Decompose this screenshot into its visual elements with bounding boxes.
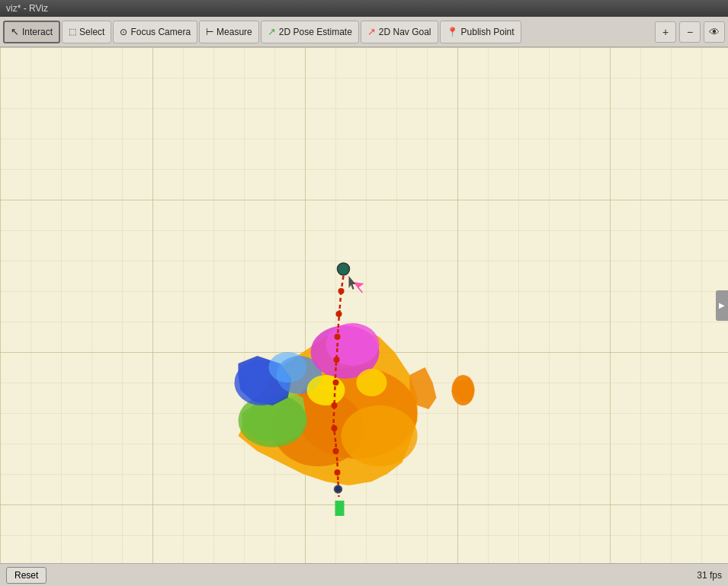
viewport[interactable]: ▶ bbox=[0, 47, 728, 563]
toolbar: ↖ Interact ⬚ Select ⊙ Focus Camera ⊢ Mea… bbox=[0, 17, 728, 47]
publish-point-button[interactable]: 📍 Publish Point bbox=[440, 21, 521, 43]
reset-label: Reset bbox=[14, 570, 38, 581]
reset-button[interactable]: Reset bbox=[6, 567, 47, 584]
nav-goal-icon: ↗ bbox=[367, 26, 376, 37]
measure-label: Measure bbox=[216, 27, 252, 37]
svg-point-40 bbox=[332, 425, 338, 431]
svg-point-41 bbox=[333, 448, 339, 454]
svg-marker-44 bbox=[354, 282, 364, 288]
svg-line-45 bbox=[358, 287, 363, 293]
svg-point-39 bbox=[332, 402, 338, 408]
remove-button[interactable]: − bbox=[679, 21, 701, 43]
select-label: Select bbox=[79, 27, 104, 37]
right-panel-handle[interactable]: ▶ bbox=[716, 290, 728, 321]
pose-estimate-icon: ↗ bbox=[268, 26, 276, 37]
svg-point-6 bbox=[342, 405, 418, 466]
publish-point-icon: 📍 bbox=[447, 27, 458, 37]
toolbar-right: + − 👁 bbox=[655, 21, 725, 43]
svg-point-38 bbox=[333, 379, 339, 386]
titlebar: viz* - RViz bbox=[0, 0, 728, 17]
svg-point-19 bbox=[452, 375, 475, 405]
svg-point-12 bbox=[269, 352, 307, 383]
interact-button[interactable]: ↖ Interact bbox=[3, 21, 60, 43]
select-button[interactable]: ⬚ Select bbox=[62, 21, 111, 43]
svg-point-34 bbox=[338, 288, 345, 294]
right-arrow-icon: ▶ bbox=[719, 301, 725, 309]
measure-button[interactable]: ⊢ Measure bbox=[199, 21, 259, 43]
pose-estimate-button[interactable]: ↗ 2D Pose Estimate bbox=[261, 21, 359, 43]
select-icon: ⬚ bbox=[69, 27, 76, 37]
svg-rect-20 bbox=[335, 501, 345, 516]
svg-point-43 bbox=[335, 485, 342, 493]
svg-point-37 bbox=[334, 357, 340, 363]
svg-point-15 bbox=[307, 375, 345, 405]
focus-camera-button[interactable]: ⊙ Focus Camera bbox=[113, 21, 197, 43]
focus-camera-icon: ⊙ bbox=[120, 27, 127, 37]
interact-label: Interact bbox=[22, 27, 53, 37]
interact-icon: ↖ bbox=[11, 26, 19, 37]
svg-point-16 bbox=[357, 369, 387, 396]
add-button[interactable]: + bbox=[655, 21, 676, 43]
nav-goal-label: 2D Nav Goal bbox=[379, 27, 431, 37]
window-title: viz* - RViz bbox=[6, 3, 48, 14]
measure-icon: ⊢ bbox=[206, 27, 213, 37]
nav-goal-button[interactable]: ↗ 2D Nav Goal bbox=[361, 21, 438, 43]
svg-point-36 bbox=[335, 334, 341, 340]
svg-point-21 bbox=[338, 263, 350, 275]
svg-point-42 bbox=[335, 469, 341, 476]
fps-display: 31 fps bbox=[697, 570, 722, 581]
focus-camera-label: Focus Camera bbox=[130, 27, 191, 37]
pose-estimate-label: 2D Pose Estimate bbox=[279, 27, 352, 37]
view-button[interactable]: 👁 bbox=[704, 21, 725, 43]
svg-point-35 bbox=[336, 311, 342, 317]
3d-scene bbox=[0, 47, 728, 563]
statusbar: Reset 31 fps bbox=[0, 563, 728, 586]
publish-point-label: Publish Point bbox=[461, 27, 515, 37]
